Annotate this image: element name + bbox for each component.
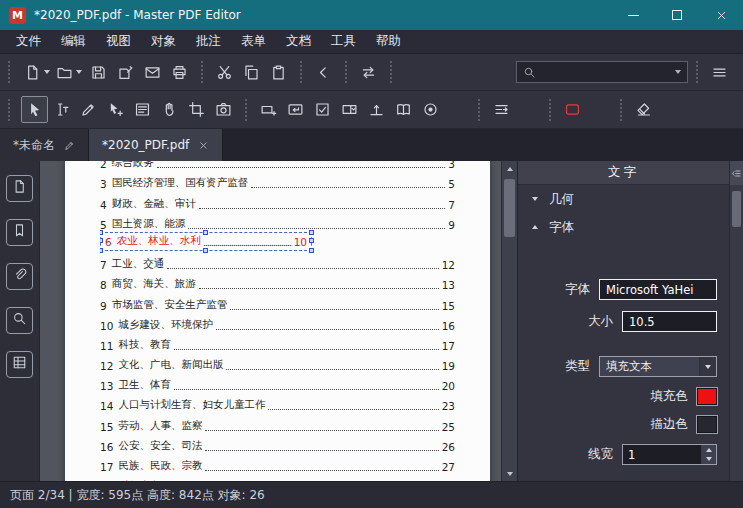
toc-row[interactable]: 6农业、林业、水利10: [100, 234, 455, 254]
save-button[interactable]: [85, 59, 112, 86]
list-box-tool[interactable]: [390, 96, 417, 123]
search-dropdown-icon[interactable]: [675, 70, 681, 74]
hand-tool[interactable]: [156, 96, 183, 123]
panel-scrollbar-thumb[interactable]: [732, 191, 741, 227]
selection-handle[interactable]: [309, 230, 314, 235]
overflow-menu-button[interactable]: [706, 59, 733, 86]
selection-handle[interactable]: [100, 238, 103, 243]
save-as-button[interactable]: [112, 59, 139, 86]
menu-item-3[interactable]: 对象: [141, 30, 186, 53]
selection-box[interactable]: 6农业、林业、水利10: [100, 232, 312, 251]
select-tool[interactable]: [21, 96, 48, 123]
minimize-button[interactable]: [611, 0, 655, 30]
print-button[interactable]: [166, 59, 193, 86]
signature-tool[interactable]: [363, 96, 390, 123]
eraser-tool[interactable]: [630, 96, 657, 123]
fill-type-select[interactable]: 填充文本: [599, 356, 717, 377]
selection-handle[interactable]: [309, 248, 314, 253]
scissors-icon: [216, 64, 233, 81]
copy-button[interactable]: [238, 59, 265, 86]
selection-handle[interactable]: [203, 230, 208, 235]
scroll-down-button[interactable]: [502, 466, 517, 481]
dropdown-caret-icon[interactable]: [76, 70, 82, 74]
previous-view-button[interactable]: [310, 59, 337, 86]
menu-item-1[interactable]: 编辑: [51, 30, 96, 53]
align-tool[interactable]: [488, 96, 515, 123]
toc-row[interactable]: 13卫生、体育20: [100, 375, 455, 395]
selection-handle[interactable]: [309, 238, 314, 243]
toc-row[interactable]: 16公安、安全、司法26: [100, 436, 455, 456]
font-size-field[interactable]: [622, 311, 717, 332]
menu-item-2[interactable]: 视图: [96, 30, 141, 53]
section-geometry[interactable]: 几何: [518, 185, 729, 213]
selection-handle[interactable]: [100, 230, 103, 235]
form-fields-tool[interactable]: [129, 96, 156, 123]
line-width-field[interactable]: [623, 445, 701, 464]
dropdown-caret-icon[interactable]: [44, 70, 50, 74]
vertical-scrollbar[interactable]: [501, 161, 517, 481]
edit-text-tool[interactable]: [75, 96, 102, 123]
search-input[interactable]: [542, 65, 669, 79]
search-panel-button[interactable]: [6, 307, 33, 334]
object-frames-toggle[interactable]: [559, 96, 586, 123]
font-family-field[interactable]: [599, 279, 717, 300]
crop-tool[interactable]: [183, 96, 210, 123]
tab-untitled[interactable]: *未命名: [0, 129, 89, 161]
toc-row[interactable]: 5国土资源、能源9: [100, 214, 455, 234]
spin-up-button[interactable]: [702, 445, 716, 455]
menu-item-8[interactable]: 帮助: [366, 30, 411, 53]
scrollbar-thumb[interactable]: [504, 179, 515, 237]
paste-button[interactable]: [265, 59, 292, 86]
toc-row[interactable]: 8商贸、海关、旅游13: [100, 274, 455, 294]
menu-item-6[interactable]: 文档: [276, 30, 321, 53]
toc-row[interactable]: 7工业、交通12: [100, 254, 455, 274]
edit-object-tool[interactable]: [102, 96, 129, 123]
attachments-panel-button[interactable]: [6, 263, 33, 290]
open-file-button[interactable]: [53, 59, 85, 86]
spin-down-button[interactable]: [702, 455, 716, 465]
toc-row[interactable]: 12文化、广电、新闻出版19: [100, 355, 455, 375]
section-font[interactable]: 字体: [518, 213, 729, 241]
scroll-up-button[interactable]: [502, 161, 517, 176]
text-select-tool[interactable]: [48, 96, 75, 123]
tab-close-icon[interactable]: [198, 140, 209, 151]
cut-button[interactable]: [211, 59, 238, 86]
push-button-tool[interactable]: [282, 96, 309, 123]
combo-box-tool[interactable]: [336, 96, 363, 123]
toc-row[interactable]: 3国民经济管理、国有资产监督5: [100, 173, 455, 193]
panel-toggle-button[interactable]: [730, 161, 743, 185]
toc-row[interactable]: 14人口与计划生育、妇女儿童工作23: [100, 395, 455, 415]
tab-2020-pdf[interactable]: *2020_PDF.pdf: [89, 129, 223, 161]
checkbox-tool[interactable]: [309, 96, 336, 123]
menu-item-4[interactable]: 批注: [186, 30, 231, 53]
stroke-color-swatch[interactable]: [697, 416, 717, 433]
radio-button-tool[interactable]: [417, 96, 444, 123]
menu-item-0[interactable]: 文件: [6, 30, 51, 53]
toc-row[interactable]: 4财政、金融、审计7: [100, 193, 455, 213]
toolbar-grip[interactable]: [8, 61, 12, 83]
toc-row[interactable]: 11科技、教育17: [100, 335, 455, 355]
fill-color-swatch[interactable]: [697, 388, 717, 405]
selection-handle[interactable]: [100, 248, 103, 253]
toc-row[interactable]: 17民族、民政、宗教27: [100, 456, 455, 476]
toc-row[interactable]: 2综合政务3: [100, 161, 455, 173]
forms-panel-button[interactable]: [6, 351, 33, 378]
toc-row[interactable]: 10城乡建设、环境保护16: [100, 315, 455, 335]
toc-entry-number: 4: [100, 199, 107, 211]
swap-view-button[interactable]: [355, 59, 382, 86]
snapshot-tool[interactable]: [210, 96, 237, 123]
new-document-button[interactable]: [21, 59, 53, 86]
toc-row[interactable]: 15劳动、人事、监察25: [100, 415, 455, 435]
toc-row[interactable]: 9市场监管、安全生产监管15: [100, 294, 455, 314]
thumbnails-panel-button[interactable]: [6, 175, 33, 202]
toolbar-grip[interactable]: [8, 99, 12, 121]
text-field-tool[interactable]: [255, 96, 282, 123]
maximize-button[interactable]: [655, 0, 699, 30]
email-button[interactable]: [139, 59, 166, 86]
menu-item-7[interactable]: 工具: [321, 30, 366, 53]
pdf-page[interactable]: 2综合政务33国民经济管理、国有资产监督54财政、金融、审计75国土资源、能源9…: [65, 161, 490, 481]
menu-item-5[interactable]: 表单: [231, 30, 276, 53]
close-button[interactable]: [699, 0, 743, 30]
bookmarks-panel-button[interactable]: [6, 219, 33, 246]
selection-handle[interactable]: [203, 248, 208, 253]
